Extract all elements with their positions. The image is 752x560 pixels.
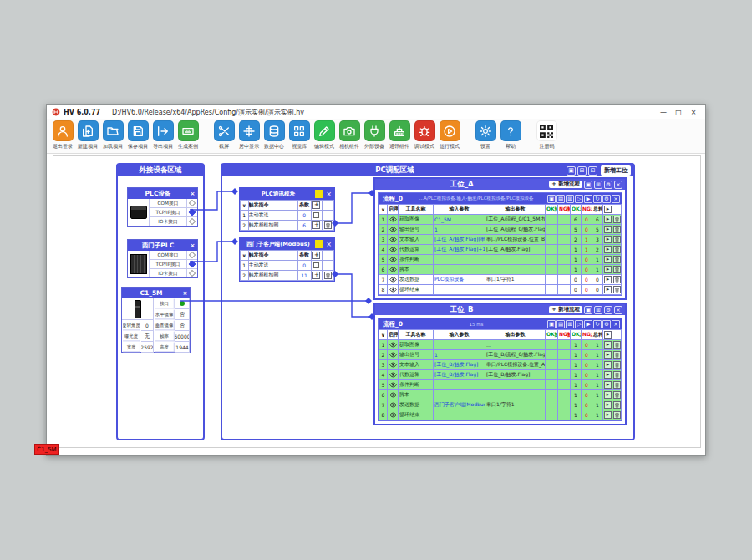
run-tool-icon[interactable]: ▸ bbox=[604, 381, 612, 389]
trash-icon[interactable] bbox=[613, 286, 621, 293]
command-row[interactable]: 2 触发相机拍照 11 + bbox=[241, 271, 334, 281]
station-window-icon[interactable]: ⚙ bbox=[604, 306, 612, 314]
flow-toolbar-icon[interactable]: ⚙ bbox=[602, 320, 611, 328]
tool-name[interactable]: 文本输入 bbox=[399, 235, 434, 245]
tool-output[interactable]: 串口1/字符1 bbox=[485, 400, 546, 410]
run-tool-icon[interactable]: ▸ bbox=[604, 411, 612, 419]
trash-icon[interactable] bbox=[613, 361, 621, 369]
trash-icon[interactable] bbox=[613, 341, 621, 349]
close-icon[interactable]: × bbox=[180, 290, 190, 297]
flow-toolbar-icon[interactable]: ↻ bbox=[593, 320, 602, 328]
run-tool-icon[interactable]: ▸ bbox=[604, 216, 612, 223]
tool-row[interactable]: 2 输出信号 1 [工位_A/流程_0/触发.Flag] 5 bbox=[379, 225, 622, 235]
eye-icon[interactable] bbox=[389, 246, 397, 253]
trash-icon[interactable] bbox=[613, 381, 621, 389]
toolbar-button[interactable]: 帮助 bbox=[498, 120, 523, 150]
toolbar-button[interactable]: 截屏 bbox=[211, 120, 236, 150]
flow-toolbar-icon[interactable]: ▤ bbox=[556, 320, 565, 328]
col-check[interactable]: ∨ bbox=[379, 205, 388, 215]
tool-output[interactable]: [工位_A/流程_0/触发.Flag] bbox=[485, 225, 546, 235]
run-tool-icon[interactable]: ▸ bbox=[604, 226, 612, 233]
tool-row[interactable]: 1 获取图像 … 1 0 bbox=[379, 340, 622, 350]
eye-icon[interactable] bbox=[389, 286, 397, 293]
toolbar-button[interactable]: 退出登录 bbox=[50, 120, 75, 150]
run-tool-icon[interactable]: ▸ bbox=[604, 351, 612, 359]
new-flow-button[interactable]: + 新增流程 bbox=[549, 181, 582, 188]
tool-output[interactable]: 串口1/字符1 bbox=[485, 275, 546, 285]
eye-icon[interactable] bbox=[389, 391, 397, 399]
add-icon[interactable]: + bbox=[312, 221, 320, 229]
flow-name[interactable]: 流程_0 bbox=[383, 320, 403, 328]
tool-name[interactable]: 条件判断 bbox=[399, 255, 434, 265]
tool-row[interactable]: 1 获取图像 C1_5M [工位_A/流程_0/C1_5M.拍照图像] 6 bbox=[379, 215, 622, 225]
trash-icon[interactable] bbox=[613, 391, 621, 399]
tool-row[interactable]: 3 文本输入 [工位_B/触发.Flag] 串口/PLC模拟设备.位置_A 1 bbox=[379, 360, 622, 370]
add-command-button[interactable]: + bbox=[312, 201, 320, 209]
run-tool-icon[interactable]: ▸ bbox=[604, 361, 612, 369]
color-tag[interactable] bbox=[315, 190, 323, 198]
toolbar-button[interactable]: 设置 bbox=[473, 120, 498, 150]
tool-row[interactable]: 6 脚本 1 0 bbox=[379, 265, 622, 275]
toolbar-button[interactable]: 编辑模式 bbox=[312, 120, 337, 150]
tool-row[interactable]: 3 文本输入 [工位_A/触发.Flag](串口1/字符) 串口/PLC模拟设备… bbox=[379, 235, 622, 245]
toolbar-button[interactable]: 导出项目 bbox=[150, 120, 175, 150]
tool-output[interactable]: … bbox=[485, 340, 546, 350]
tool-input[interactable]: C1_5M bbox=[434, 215, 485, 225]
flow-toolbar-icon[interactable]: ▣ bbox=[547, 195, 556, 203]
tool-output[interactable]: [工位_A/触发.Flag] bbox=[485, 245, 546, 255]
trash-icon[interactable] bbox=[613, 371, 621, 379]
checkbox[interactable] bbox=[313, 262, 319, 268]
trash-icon[interactable] bbox=[613, 266, 621, 273]
run-tool-icon[interactable]: ▸ bbox=[604, 286, 612, 293]
pc-area-icon[interactable]: ⊡ bbox=[588, 166, 597, 176]
tool-name[interactable]: 发送数据 bbox=[399, 400, 434, 410]
run-tool-icon[interactable]: ▸ bbox=[604, 256, 612, 263]
eye-icon[interactable] bbox=[389, 216, 397, 223]
add-icon[interactable]: + bbox=[312, 272, 320, 279]
eye-icon[interactable] bbox=[389, 351, 397, 359]
new-station-button[interactable]: 新增工位 bbox=[601, 165, 631, 176]
trash-icon[interactable] bbox=[613, 411, 621, 419]
run-tool-icon[interactable]: ▸ bbox=[604, 391, 612, 399]
tool-row[interactable]: 8 循环结束 1 0 bbox=[379, 410, 622, 420]
close-icon[interactable]: × bbox=[188, 242, 197, 249]
flow-toolbar-icon[interactable]: × bbox=[612, 195, 620, 203]
tool-name[interactable]: 输出信号 bbox=[399, 225, 434, 235]
plc-device-card[interactable]: PLC设备 × COM接口 TCP/I bbox=[127, 187, 198, 227]
tool-row[interactable]: 2 输出信号 1 [工位_B/流程_0/触发.Flag] 1 bbox=[379, 350, 622, 360]
tool-name[interactable]: 发送数据 bbox=[399, 275, 434, 285]
run-all-icon[interactable]: ▸ bbox=[604, 206, 612, 213]
add-command-button[interactable]: + bbox=[312, 252, 320, 259]
tool-row[interactable]: 5 条件判断 1 0 bbox=[379, 255, 622, 265]
trash-icon[interactable] bbox=[613, 246, 621, 253]
station-window[interactable]: 工位_B + 新增流程 ▣⊞⚙× 流程_0 15 ms bbox=[373, 303, 627, 425]
tool-input[interactable]: 西门子客户端(Modbus) bbox=[434, 400, 485, 410]
eye-icon[interactable] bbox=[389, 411, 397, 419]
flow-toolbar-icon[interactable]: ▷ bbox=[575, 320, 583, 328]
tool-input[interactable] bbox=[434, 380, 485, 390]
eye-icon[interactable] bbox=[389, 371, 397, 379]
tool-input[interactable] bbox=[434, 255, 485, 265]
tool-output[interactable] bbox=[485, 285, 546, 295]
trash-icon[interactable] bbox=[613, 226, 621, 233]
trash-icon[interactable] bbox=[613, 216, 621, 223]
maximize-button[interactable]: □ bbox=[672, 107, 685, 118]
pc-area-icon[interactable]: ⊞ bbox=[577, 166, 587, 176]
toolbar-button[interactable]: 新建项目 bbox=[75, 120, 100, 150]
station-window-icon[interactable]: ▣ bbox=[584, 181, 592, 189]
run-tool-icon[interactable]: ▸ bbox=[604, 401, 612, 409]
flow-toolbar-icon[interactable]: ▣ bbox=[547, 320, 556, 328]
col-check[interactable]: ∨ bbox=[379, 330, 388, 340]
tool-output[interactable] bbox=[485, 390, 546, 400]
eye-icon[interactable] bbox=[389, 381, 397, 389]
trash-icon[interactable] bbox=[613, 256, 621, 263]
toolbar-button[interactable]: 加载项目 bbox=[100, 120, 125, 150]
tool-row[interactable]: 8 循环结束 0 0 bbox=[379, 285, 622, 295]
tool-output[interactable]: [工位_B/触发.Flag] bbox=[485, 370, 546, 380]
flow-toolbar-icon[interactable]: ▷ bbox=[575, 195, 583, 203]
flow-toolbar-icon[interactable]: ⊞ bbox=[566, 320, 574, 328]
siemens-plc-card[interactable]: 西门子PLC × COM接口 TCP/ bbox=[127, 239, 198, 278]
run-tool-icon[interactable]: ▸ bbox=[604, 266, 612, 273]
command-row[interactable]: 1 主动发送 0 bbox=[241, 211, 334, 221]
tool-input[interactable]: [工位_A/触发.Flag](串口1/字符) bbox=[434, 235, 485, 245]
